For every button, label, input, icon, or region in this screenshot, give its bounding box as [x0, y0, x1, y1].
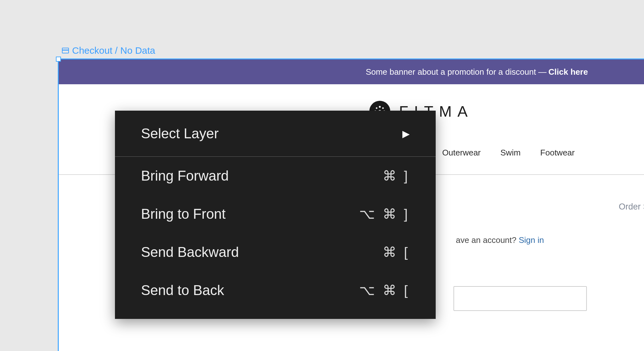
menu-item-select-layer[interactable]: Select Layer ▶: [115, 111, 436, 156]
menu-item-label: Send Backward: [141, 244, 239, 260]
svg-point-1: [379, 106, 381, 108]
promo-text: Some banner about a promotion for a disc…: [366, 67, 547, 77]
nav-item-outerwear[interactable]: Outerwear: [442, 148, 480, 158]
menu-item-send-to-back[interactable]: Send to Back ⌥ ⌘ [: [115, 271, 436, 309]
menu-shortcut: ⌥ ⌘ [: [359, 282, 410, 298]
account-prompt-text: ave an account?: [456, 235, 519, 245]
frame-label[interactable]: Checkout / No Data: [62, 45, 155, 56]
menu-item-label: Send to Back: [141, 282, 224, 298]
menu-item-send-backward[interactable]: Send Backward ⌘ [: [115, 233, 436, 271]
signin-link[interactable]: Sign in: [519, 235, 544, 245]
menu-shortcut: ⌥ ⌘ ]: [359, 206, 410, 222]
menu-item-bring-to-front[interactable]: Bring to Front ⌥ ⌘ ]: [115, 195, 436, 233]
email-field[interactable]: [453, 286, 587, 311]
menu-shortcut: ⌘ ]: [383, 168, 410, 184]
context-menu: Select Layer ▶ Bring Forward ⌘ ] Bring t…: [115, 111, 436, 319]
menu-item-label: Bring Forward: [141, 168, 229, 184]
menu-shortcut: ⌘ [: [383, 244, 410, 260]
svg-point-6: [382, 107, 384, 109]
frame-name: Checkout / No Data: [72, 45, 155, 56]
frame-icon: [62, 48, 69, 53]
promo-link[interactable]: Click here: [548, 67, 588, 77]
nav-item-swim[interactable]: Swim: [500, 148, 521, 158]
menu-item-label: Bring to Front: [141, 206, 226, 222]
promo-banner[interactable]: Some banner about a promotion for a disc…: [59, 59, 644, 84]
order-summary-heading: Order Su: [619, 202, 644, 212]
menu-item-label: Select Layer: [141, 126, 219, 141]
menu-item-bring-forward[interactable]: Bring Forward ⌘ ]: [115, 157, 436, 195]
nav-item-footwear[interactable]: Footwear: [540, 148, 574, 158]
submenu-arrow-icon: ▶: [402, 128, 410, 139]
signin-prompt: ave an account? Sign in: [456, 235, 544, 245]
svg-point-5: [376, 107, 377, 109]
